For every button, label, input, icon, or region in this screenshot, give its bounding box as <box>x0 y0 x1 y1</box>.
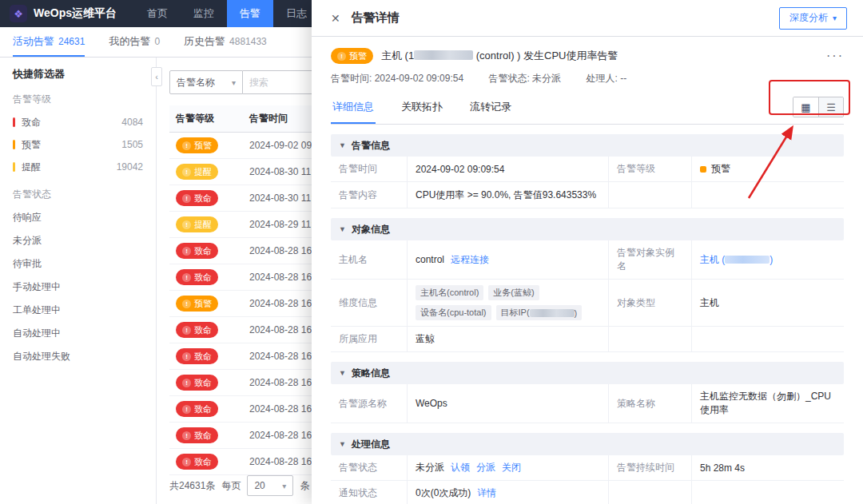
nav-item-alarm[interactable]: 告警 <box>227 0 273 27</box>
field-label: 告警状态 <box>331 455 408 480</box>
section-header-alarm-info[interactable]: ▼ 告警信息 <box>331 134 844 157</box>
field-value-alarm-time: 2024-09-02 09:09:54 <box>408 157 609 181</box>
level-badge: !致命 <box>176 348 218 364</box>
filter-level-warn[interactable]: 预警 1505 <box>13 133 143 156</box>
field-label: 策略名称 <box>609 384 692 423</box>
filter-status-unassigned[interactable]: 未分派 <box>13 229 143 252</box>
meta-status: 告警状态: 未分派 <box>488 73 561 84</box>
tab-history-alarms[interactable]: 历史告警 4881433 <box>184 27 267 57</box>
alert-icon: ! <box>337 52 346 61</box>
level-count: 19042 <box>117 161 143 173</box>
field-value-dimensions: 主机名(control) 业务(蓝鲸) 设备名(cpu-total) 目标IP(… <box>408 280 609 326</box>
field-value-source: WeOps <box>408 384 609 423</box>
filter-status-ticket-handling[interactable]: 工单处理中 <box>13 299 143 322</box>
tab-detail-info[interactable]: 详细信息 <box>331 97 376 124</box>
filter-level-remind[interactable]: 提醒 19042 <box>13 156 143 178</box>
field-label: 维度信息 <box>331 280 408 326</box>
chevron-down-icon: ▾ <box>282 482 286 490</box>
field-value-empty <box>692 481 844 504</box>
field-label: 告警内容 <box>331 182 408 208</box>
sidebar-collapse-button[interactable]: ‹ <box>151 67 162 86</box>
nav-item-home[interactable]: 首页 <box>134 0 181 27</box>
alert-icon: ! <box>182 379 191 387</box>
level-color-bar <box>13 162 15 172</box>
level-badge: !提醒 <box>176 216 218 232</box>
assign-link[interactable]: 分派 <box>476 461 495 474</box>
search-field-select[interactable]: 告警名称 ▾ <box>169 70 243 94</box>
field-value-notify: 0次(0次成功) 详情 <box>408 481 609 504</box>
tab-label: 活动告警 <box>13 34 54 49</box>
more-options-icon[interactable]: ··· <box>826 49 844 63</box>
alert-icon: ! <box>182 220 191 229</box>
dimension-tag: 设备名(cpu-total) <box>416 305 491 320</box>
filter-group-status-title: 告警状态 <box>13 188 143 201</box>
object-info-table: 主机名 control 远程连接 告警对象实例名 主机 () 维度信息 <box>331 240 844 352</box>
list-view-button[interactable]: ☰ <box>818 97 843 117</box>
field-value-alarm-content: CPU使用率 >= 90.0%, 告警值93.643533% <box>408 182 609 208</box>
tab-topology[interactable]: 关联拓扑 <box>400 97 444 124</box>
chevron-down-icon: ▼ <box>339 225 346 233</box>
level-badge: !致命 <box>176 322 218 338</box>
section-title: 告警信息 <box>352 139 390 153</box>
tab-active-alarms[interactable]: 活动告警 24631 <box>13 27 85 57</box>
per-page-select[interactable]: 20 ▾ <box>247 475 293 496</box>
app-root: ❖ WeOps运维平台 首页 监控 告警 日志 活动告警 24631 我的告警 … <box>0 0 863 504</box>
remote-connect-link[interactable]: 远程连接 <box>451 253 489 267</box>
drawer-body: !预警 主机 (1 (control) ) 发生CPU使用率告警 ··· 告警时… <box>312 37 863 504</box>
level-color-bar <box>13 140 15 149</box>
tab-my-alarms[interactable]: 我的告警 0 <box>109 27 160 57</box>
level-badge: !预警 <box>176 137 218 153</box>
section-title: 对象信息 <box>352 223 390 236</box>
level-badge: !致命 <box>176 454 218 470</box>
tab-label: 我的告警 <box>109 34 150 49</box>
filter-status-pending-approval[interactable]: 待审批 <box>13 252 143 276</box>
grid-icon: ▦ <box>801 101 810 113</box>
filter-status-auto-handling[interactable]: 自动处理中 <box>13 322 143 345</box>
level-color-bar <box>13 117 15 127</box>
field-value-empty <box>692 182 844 208</box>
filter-status-pending-response[interactable]: 待响应 <box>13 206 143 229</box>
filter-status-manual-handling[interactable]: 手动处理中 <box>13 276 143 299</box>
alarm-info-table: 告警时间 2024-09-02 09:09:54 告警等级 预警 告警内容 CP… <box>331 157 844 208</box>
meta-time: 告警时间: 2024-09-02 09:09:54 <box>331 73 463 84</box>
claim-link[interactable]: 认领 <box>451 461 470 474</box>
field-value-instance: 主机 () <box>692 240 844 279</box>
field-label: 告警时间 <box>331 157 408 181</box>
tab-flow-record[interactable]: 流转记录 <box>468 97 513 124</box>
per-page-label: 每页 <box>221 479 241 493</box>
deep-analysis-button[interactable]: 深度分析 ▾ <box>779 7 847 30</box>
field-value-strategy-name: 主机监控无数据（勿删）_CPU使用率 <box>692 384 844 423</box>
field-value-duration: 5h 28m 4s <box>692 455 844 480</box>
per-page-value: 20 <box>254 480 264 491</box>
chevron-down-icon: ▼ <box>339 440 346 448</box>
column-header-level: 告警等级 <box>169 112 249 125</box>
section-header-strategy-info[interactable]: ▼ 策略信息 <box>331 362 844 384</box>
app-logo-icon: ❖ <box>10 5 27 22</box>
section-header-object-info[interactable]: ▼ 对象信息 <box>331 218 844 240</box>
summary-text: 主机 (1 (control) ) 发生CPU使用率告警 <box>381 49 618 63</box>
summary-meta: 告警时间: 2024-09-02 09:09:54 告警状态: 未分派 处理人:… <box>331 72 844 85</box>
alert-icon: ! <box>182 431 191 440</box>
close-alarm-link[interactable]: 关闭 <box>502 461 521 474</box>
instance-link[interactable]: 主机 () <box>700 253 773 267</box>
drawer-header: ✕ 告警详情 深度分析 ▾ <box>312 0 863 37</box>
nav-item-monitor[interactable]: 监控 <box>181 0 227 27</box>
alert-icon: ! <box>182 326 191 335</box>
field-label: 主机名 <box>331 240 408 279</box>
level-badge: !致命 <box>176 190 218 206</box>
level-color-icon <box>700 166 706 173</box>
level-badge: !致命 <box>176 269 218 285</box>
field-label: 告警源名称 <box>331 384 408 423</box>
chevron-down-icon: ▼ <box>339 369 346 377</box>
level-count: 4084 <box>121 117 143 128</box>
close-icon[interactable]: ✕ <box>328 9 344 28</box>
field-value-object-type: 主机 <box>692 280 844 326</box>
grid-view-button[interactable]: ▦ <box>793 97 818 117</box>
collapse-icon: ‹ <box>155 72 158 81</box>
search-field-value: 告警名称 <box>177 76 215 89</box>
filter-level-fatal[interactable]: 致命 4084 <box>13 111 143 133</box>
alert-icon: ! <box>182 405 191 414</box>
notify-detail-link[interactable]: 详情 <box>477 486 496 500</box>
section-header-handle-info[interactable]: ▼ 处理信息 <box>331 433 844 455</box>
filter-status-auto-failed[interactable]: 自动处理失败 <box>13 345 143 368</box>
